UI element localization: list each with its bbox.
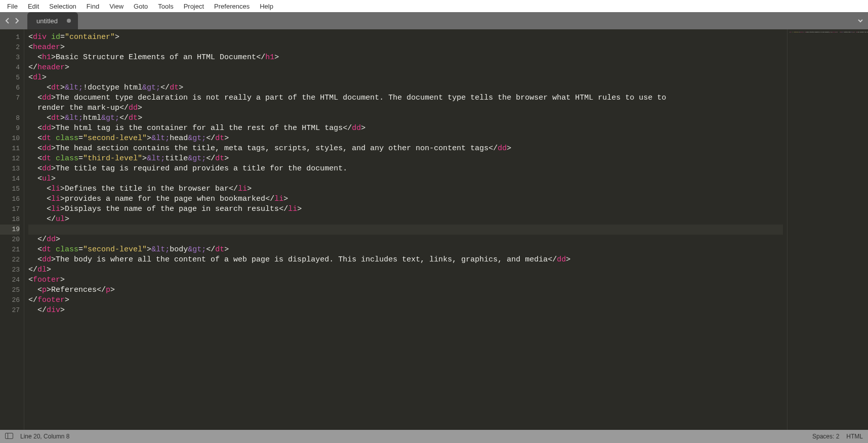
tab-forward-icon[interactable]	[13, 17, 20, 24]
code-line[interactable]: </footer>	[28, 295, 783, 305]
line-number: 24	[0, 275, 20, 285]
code-line[interactable]: <li>Displays the name of the page in sea…	[28, 204, 783, 214]
code-line[interactable]: <li>Defines the title in the browser bar…	[28, 184, 783, 194]
line-number	[0, 103, 20, 113]
menu-tools[interactable]: Tools	[153, 2, 178, 11]
menu-view[interactable]: View	[104, 2, 129, 11]
menu-find[interactable]: Find	[81, 2, 104, 11]
tab-overflow-dropdown[interactable]	[857, 12, 864, 29]
code-line[interactable]: <dt class="second-level">&lt;head&gt;</d…	[28, 134, 783, 144]
line-number: 20	[0, 235, 20, 245]
svg-rect-0	[6, 433, 13, 438]
line-number: 25	[0, 285, 20, 295]
status-indent[interactable]: Spaces: 2	[812, 433, 839, 440]
line-number: 8	[0, 113, 20, 123]
tab-history-nav[interactable]	[0, 12, 24, 29]
tab-back-icon[interactable]	[4, 17, 11, 24]
line-number: 21	[0, 245, 20, 255]
code-line[interactable]	[28, 225, 783, 235]
code-line[interactable]: <dt>&lt;html&gt;</dt>	[28, 113, 783, 123]
line-number: 2	[0, 42, 20, 53]
line-number: 9	[0, 123, 20, 134]
line-number: 17	[0, 204, 20, 214]
code-line[interactable]: render the mark-up</dd>	[28, 103, 783, 113]
menu-file[interactable]: File	[2, 2, 23, 11]
menu-bar: FileEditSelectionFindViewGotoToolsProjec…	[0, 0, 868, 12]
line-number: 22	[0, 255, 20, 265]
code-line[interactable]: <dt class="second-level">&lt;body&gt;</d…	[28, 245, 783, 255]
menu-selection[interactable]: Selection	[44, 2, 81, 11]
code-line[interactable]: <p>References</p>	[28, 285, 783, 295]
code-line[interactable]: <header>	[28, 42, 783, 53]
line-number-gutter: 1234567891011121314151617181920212223242…	[0, 29, 24, 430]
line-number: 19	[0, 225, 20, 235]
code-line[interactable]: <dl>	[28, 73, 783, 83]
line-number: 10	[0, 134, 20, 144]
code-line[interactable]: <h1>Basic Structure Elements of an HTML …	[28, 53, 783, 63]
line-number: 23	[0, 265, 20, 275]
code-line[interactable]: </dl>	[28, 265, 783, 275]
editor[interactable]: 1234567891011121314151617181920212223242…	[0, 29, 868, 430]
code-line[interactable]: </header>	[28, 63, 783, 73]
code-line[interactable]: <footer>	[28, 275, 783, 285]
line-number: 4	[0, 63, 20, 73]
status-bar: Line 20, Column 8 Spaces: 2 HTML	[0, 430, 868, 443]
line-number: 1	[0, 32, 20, 42]
status-syntax[interactable]: HTML	[846, 433, 863, 440]
menu-project[interactable]: Project	[179, 2, 209, 11]
code-line[interactable]: <div id="container">	[28, 32, 783, 42]
code-line[interactable]: </div>	[28, 305, 783, 316]
line-number: 12	[0, 154, 20, 164]
code-line[interactable]: <dt class="third-level">&lt;title&gt;</d…	[28, 154, 783, 164]
code-line[interactable]: <dd>The body is where all the content of…	[28, 255, 783, 265]
code-line[interactable]: </ul>	[28, 214, 783, 225]
menu-preferences[interactable]: Preferences	[209, 2, 255, 11]
code-line[interactable]: </dd>	[28, 235, 783, 245]
line-number: 15	[0, 184, 20, 194]
panel-switcher-icon[interactable]	[5, 433, 13, 440]
code-line[interactable]: <dd>The title tag is required and provid…	[28, 164, 783, 174]
tab-active[interactable]: untitled	[27, 12, 78, 29]
code-line[interactable]: <li>provides a name for the page when bo…	[28, 194, 783, 204]
tab-title: untitled	[36, 17, 58, 25]
tab-dirty-indicator-icon	[67, 19, 71, 23]
line-number: 16	[0, 194, 20, 204]
chevron-down-icon	[857, 17, 864, 24]
code-line[interactable]: <dt>&lt;!doctype html&gt;</dt>	[28, 83, 783, 93]
line-number: 7	[0, 93, 20, 103]
menu-goto[interactable]: Goto	[129, 2, 153, 11]
code-line[interactable]: <ul>	[28, 174, 783, 184]
code-area[interactable]: <div id="container"><header> <h1>Basic S…	[24, 29, 787, 430]
code-line[interactable]: <dd>The html tag is the container for al…	[28, 123, 783, 134]
line-number: 5	[0, 73, 20, 83]
line-number: 11	[0, 144, 20, 154]
line-number: 6	[0, 83, 20, 93]
status-cursor[interactable]: Line 20, Column 8	[20, 433, 69, 440]
line-number: 14	[0, 174, 20, 184]
line-number: 18	[0, 214, 20, 225]
line-number: 27	[0, 305, 20, 316]
menu-help[interactable]: Help	[255, 2, 278, 11]
code-line[interactable]: <dd>The document type declaration is not…	[28, 93, 783, 103]
tab-bar: untitled	[0, 12, 868, 29]
minimap[interactable]: <div id="container"><header> <h1>Basic S…	[787, 29, 868, 430]
line-number: 13	[0, 164, 20, 174]
line-number: 3	[0, 53, 20, 63]
code-line[interactable]: <dd>The head section contains the title,…	[28, 144, 783, 154]
menu-edit[interactable]: Edit	[23, 2, 44, 11]
line-number: 26	[0, 295, 20, 305]
